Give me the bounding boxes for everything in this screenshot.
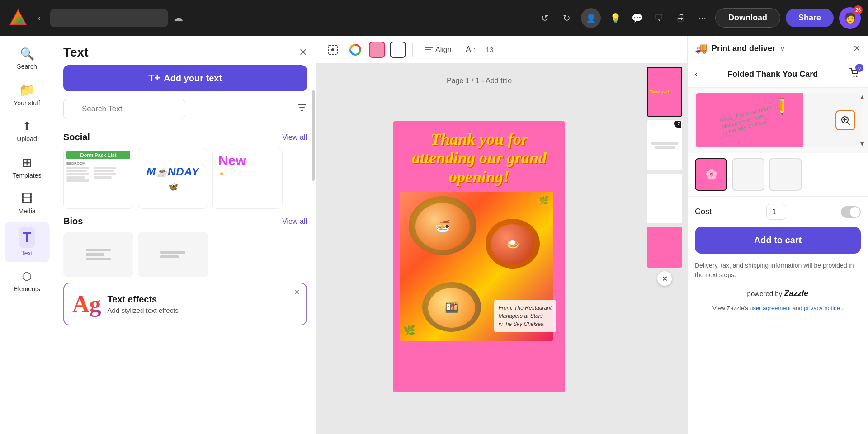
bowl3: 🍱 bbox=[422, 282, 481, 332]
logo-button[interactable] bbox=[7, 7, 29, 29]
align-button[interactable]: Align bbox=[419, 42, 457, 57]
thumbnail-strip: Thank you! 2 ✕ bbox=[642, 63, 687, 434]
monday-icon: 🦋 bbox=[168, 182, 178, 192]
user-agreement-link[interactable]: user agreement bbox=[750, 305, 791, 311]
sidebar-item-search[interactable]: 🔍 Search bbox=[5, 42, 50, 75]
bowl3-icon: 🍱 bbox=[445, 302, 458, 314]
template-card-monday[interactable]: M☕NDAY 🦋 bbox=[138, 148, 208, 209]
color-wheel-tool[interactable] bbox=[346, 41, 364, 59]
thumbnail-1[interactable]: Thank you! bbox=[647, 67, 682, 117]
panel-title: Text bbox=[63, 45, 89, 60]
lightbulb-icon[interactable]: 💡 bbox=[608, 11, 623, 25]
thumbnail-2[interactable]: 2 bbox=[647, 120, 682, 170]
cart-button[interactable]: 0 bbox=[848, 66, 861, 82]
sidebar-label-elements: Elements bbox=[14, 285, 40, 292]
text-effects-close-button[interactable]: ✕ bbox=[294, 288, 300, 297]
cloud-sync-icon[interactable]: ☁ bbox=[173, 12, 183, 24]
add-to-cart-button[interactable]: Add to cart bbox=[695, 227, 861, 254]
bio-card-2[interactable] bbox=[138, 232, 208, 277]
page-title-area[interactable]: Page 1 / 1 - Add title bbox=[316, 77, 642, 85]
print-preview-image: From: The RestaurantManagers at Starsin … bbox=[695, 93, 861, 147]
print-thumb-2[interactable] bbox=[732, 158, 764, 191]
translate-button[interactable]: A ⇌ bbox=[462, 41, 480, 59]
thumbnail-pink-small[interactable] bbox=[647, 227, 682, 268]
social-view-all-link[interactable]: View all bbox=[282, 133, 307, 142]
thumbnail-close-button[interactable]: ✕ bbox=[657, 271, 672, 286]
print-panel-close-button[interactable]: ✕ bbox=[853, 43, 861, 54]
back-button[interactable]: ‹ bbox=[34, 9, 45, 27]
sidebar-item-upload[interactable]: ⬆ Upload bbox=[5, 114, 50, 148]
add-text-button[interactable]: T+ Add your text bbox=[63, 65, 307, 91]
border-tool[interactable] bbox=[390, 42, 406, 58]
download-button[interactable]: Download bbox=[715, 8, 780, 28]
page-count-display: 13 bbox=[486, 46, 494, 53]
sidebar-label-search: Search bbox=[17, 63, 37, 70]
template-card-dorm[interactable]: Dorm Pack List BEDROOM bbox=[63, 148, 133, 209]
sidebar-label-templates: Templates bbox=[13, 172, 42, 179]
more-button[interactable]: ··· bbox=[695, 9, 710, 27]
add-person-icon: 👤 bbox=[586, 13, 596, 23]
bio-card-1[interactable] bbox=[63, 232, 133, 277]
print-scroll-up-button[interactable]: ▲ bbox=[859, 93, 865, 100]
close-panel-button[interactable]: ✕ bbox=[299, 47, 307, 58]
undo-button[interactable]: ↺ bbox=[538, 11, 552, 25]
folder-icon: 📁 bbox=[19, 83, 35, 98]
template-card-new[interactable]: New ✦ bbox=[212, 148, 283, 209]
page-label: Page 1 / 1 bbox=[447, 77, 480, 85]
sidebar-item-text[interactable]: T Text bbox=[5, 222, 50, 262]
new-star: ✦ bbox=[218, 169, 225, 179]
bio-card-1-content bbox=[82, 245, 114, 264]
print-panel-title: Print and deliver bbox=[712, 44, 775, 53]
search-row: 🔍 bbox=[63, 99, 307, 119]
thumbnail-3[interactable] bbox=[647, 174, 682, 223]
print-icon[interactable]: 🖨 bbox=[673, 11, 688, 25]
color-pink-swatch[interactable] bbox=[369, 42, 385, 58]
quantity-select[interactable]: 1 2 5 10 bbox=[766, 204, 786, 220]
magic-select-tool[interactable] bbox=[324, 41, 342, 59]
sidebar-item-your-stuff[interactable]: 📁 Your stuff bbox=[5, 77, 50, 112]
print-back-button[interactable]: ‹ bbox=[695, 70, 697, 78]
bowl2: 🍛 bbox=[486, 219, 540, 269]
filter-button[interactable] bbox=[297, 103, 307, 115]
text-effects-banner[interactable]: Ag Text effects Add stylized text effect… bbox=[63, 283, 307, 326]
bowl3-content: 🍱 bbox=[428, 288, 475, 328]
align-label: Align bbox=[435, 46, 452, 54]
avatar-button[interactable]: 🧑 26 bbox=[839, 7, 861, 29]
privacy-notice-link[interactable]: privacy notice bbox=[804, 305, 840, 311]
share-button[interactable]: Share bbox=[786, 9, 834, 27]
leaf-decoration: 🌿 bbox=[403, 325, 415, 336]
panel-scrollbar[interactable] bbox=[312, 90, 315, 181]
print-thumb-1[interactable]: 🌸 bbox=[695, 158, 727, 191]
print-thumb-1-content: 🌸 bbox=[696, 159, 726, 190]
comment-icon[interactable]: 💬 bbox=[630, 11, 644, 25]
bios-view-all-link[interactable]: View all bbox=[282, 217, 307, 226]
sidebar-item-templates[interactable]: ⊞ Templates bbox=[5, 150, 50, 184]
cost-toggle[interactable] bbox=[841, 206, 861, 218]
print-thumb-3[interactable] bbox=[769, 158, 802, 191]
print-panel-collapse-icon[interactable]: ∨ bbox=[780, 44, 785, 53]
zazzle-footer-period: . bbox=[841, 305, 843, 311]
canvas-workspace[interactable]: Page 1 / 1 - Add title Thank you for att… bbox=[316, 63, 642, 434]
sidebar-item-elements[interactable]: ⬡ Elements bbox=[5, 264, 50, 298]
canvas-area: Align A ⇌ 13 Page 1 / 1 - Add title Than… bbox=[316, 36, 687, 434]
sidebar-item-media[interactable]: 🎞 Media bbox=[5, 186, 50, 220]
cost-row: Cost 1 2 5 10 bbox=[688, 197, 868, 223]
text-search-input[interactable] bbox=[63, 99, 185, 119]
thumb2-line2 bbox=[655, 146, 675, 149]
redo-button[interactable]: ↻ bbox=[559, 11, 574, 25]
comment2-icon[interactable]: 🗨 bbox=[651, 11, 666, 25]
zazzle-footer-and: and bbox=[793, 305, 802, 311]
media-icon: 🎞 bbox=[21, 192, 33, 206]
canvas-card[interactable]: Thank you for attending our grand openin… bbox=[393, 121, 565, 392]
text-effects-title: Text effects bbox=[108, 294, 298, 305]
dorm-header: Dorm Pack List bbox=[66, 151, 130, 159]
dorm-columns bbox=[66, 167, 116, 182]
canvas-thank-you-area: Thank you for attending our grand openin… bbox=[393, 121, 565, 186]
delivery-note: Delivery, tax, and shipping information … bbox=[688, 257, 868, 285]
preview-zoom-button[interactable] bbox=[835, 110, 855, 130]
project-title-bar[interactable] bbox=[50, 9, 168, 27]
bios-section-header: Bios View all bbox=[63, 216, 307, 226]
print-scroll-down-button[interactable]: ▼ bbox=[859, 140, 865, 147]
sidebar-label-your-stuff: Your stuff bbox=[14, 99, 40, 107]
add-person-button[interactable]: 👤 bbox=[581, 8, 601, 28]
